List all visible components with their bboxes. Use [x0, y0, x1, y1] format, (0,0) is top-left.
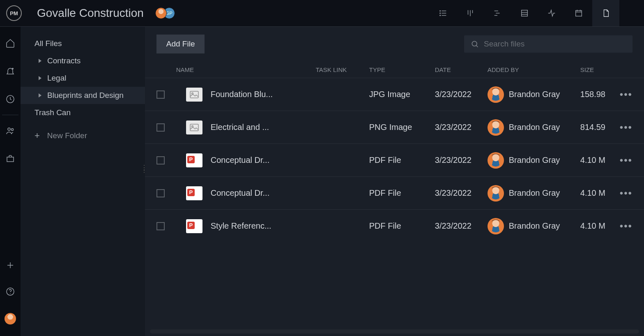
user-avatar-icon [488, 218, 504, 234]
file-added-by: Brandon Gray [488, 185, 580, 202]
user-avatar-icon [488, 119, 504, 136]
main-panel: Add File NAME TASK LINK TYPE DATE ADDED … [145, 27, 644, 336]
help-icon[interactable] [5, 287, 15, 297]
row-more-icon[interactable]: ••• [620, 188, 632, 199]
file-size: 4.10 M [580, 221, 620, 231]
folder-sidebar: All Files Contracts Legal Blueprints and… [21, 27, 145, 336]
table-row[interactable]: Style Referenc...PDF File3/23/2022Brando… [145, 209, 644, 242]
svg-point-28 [472, 41, 477, 46]
tab-gantt[interactable] [484, 0, 511, 26]
left-rail [0, 27, 21, 336]
view-tabs [430, 0, 619, 26]
list-icon [439, 9, 448, 18]
row-checkbox[interactable] [156, 156, 165, 165]
file-name: Conceptual Dr... [211, 155, 316, 165]
file-icon [601, 9, 610, 18]
project-members[interactable]: GP [155, 7, 175, 19]
svg-point-4 [440, 13, 441, 14]
col-type[interactable]: TYPE [369, 66, 435, 73]
file-type: PDF File [369, 221, 435, 231]
briefcase-icon[interactable] [5, 154, 15, 164]
col-size[interactable]: SIZE [580, 66, 620, 73]
image-file-icon [186, 120, 202, 134]
row-more-icon[interactable]: ••• [620, 220, 632, 232]
member-avatar-icon [155, 7, 167, 19]
svg-rect-30 [190, 91, 198, 97]
col-date[interactable]: DATE [435, 66, 488, 73]
add-icon[interactable] [5, 260, 15, 270]
file-size: 158.98 [580, 90, 620, 99]
folder-blueprints[interactable]: Blueprints and Design [21, 87, 145, 104]
bell-icon[interactable] [5, 66, 15, 76]
col-task[interactable]: TASK LINK [316, 66, 369, 73]
svg-rect-32 [190, 124, 198, 130]
row-more-icon[interactable]: ••• [620, 155, 632, 166]
row-more-icon[interactable]: ••• [620, 122, 632, 133]
col-name[interactable]: NAME [176, 66, 316, 73]
table-row[interactable]: Electrical and ...PNG Image3/23/2022Bran… [145, 111, 644, 144]
file-size: 4.10 M [580, 155, 620, 165]
plus-icon: + [34, 130, 40, 141]
image-file-icon [186, 88, 202, 102]
board-icon [466, 9, 475, 18]
clock-icon[interactable] [5, 94, 15, 104]
search-wrap[interactable] [464, 35, 632, 53]
tab-files[interactable] [592, 0, 619, 26]
col-added[interactable]: ADDED BY [488, 66, 580, 73]
tab-activity[interactable] [538, 0, 565, 26]
tab-list[interactable] [430, 0, 457, 26]
svg-rect-12 [522, 10, 528, 16]
search-icon [471, 40, 479, 48]
files-toolbar: Add File [145, 27, 644, 61]
svg-point-3 [440, 11, 441, 12]
row-checkbox[interactable] [156, 222, 165, 230]
folder-all-files[interactable]: All Files [21, 35, 145, 52]
horizontal-scrollbar[interactable] [150, 329, 639, 334]
chevron-right-icon [39, 59, 41, 63]
team-icon[interactable] [5, 126, 15, 136]
row-checkbox[interactable] [156, 189, 165, 197]
svg-rect-15 [576, 11, 582, 16]
file-date: 3/23/2022 [435, 221, 488, 231]
svg-line-29 [476, 45, 478, 47]
file-type: PDF File [369, 155, 435, 165]
table-row[interactable]: Conceptual Dr...PDF File3/23/2022Brandon… [145, 176, 644, 209]
gantt-icon [493, 9, 502, 18]
table-row[interactable]: Conceptual Dr...PDF File3/23/2022Brandon… [145, 144, 644, 176]
calendar-icon [574, 9, 583, 18]
new-folder-button[interactable]: +New Folder [21, 127, 145, 144]
add-file-button[interactable]: Add File [156, 35, 205, 53]
app-logo[interactable]: PM [0, 5, 28, 21]
file-date: 3/23/2022 [435, 155, 488, 165]
chevron-right-icon [39, 93, 41, 97]
tab-calendar[interactable] [565, 0, 592, 26]
pdf-file-icon [186, 153, 202, 167]
svg-point-22 [11, 129, 13, 131]
svg-rect-23 [7, 157, 14, 162]
search-input[interactable] [484, 39, 626, 49]
tab-board[interactable] [457, 0, 484, 26]
tab-sheet[interactable] [511, 0, 538, 26]
svg-point-19 [12, 68, 14, 70]
file-type: PNG Image [369, 123, 435, 132]
row-checkbox[interactable] [156, 90, 165, 99]
row-more-icon[interactable]: ••• [620, 89, 632, 100]
file-added-by: Brandon Gray [488, 152, 580, 169]
folder-legal[interactable]: Legal [21, 70, 145, 87]
file-added-by: Brandon Gray [488, 218, 580, 234]
file-name: Conceptual Dr... [211, 188, 316, 198]
file-date: 3/23/2022 [435, 188, 488, 198]
svg-point-27 [10, 293, 11, 294]
user-avatar-icon [488, 185, 504, 202]
home-icon[interactable] [5, 38, 15, 48]
user-avatar-icon [488, 152, 504, 169]
folder-contracts[interactable]: Contracts [21, 52, 145, 70]
folder-trash[interactable]: Trash Can [21, 104, 145, 121]
table-row[interactable]: Foundation Blu...JPG Image3/23/2022Brand… [145, 78, 644, 111]
file-date: 3/23/2022 [435, 90, 488, 99]
user-avatar-icon[interactable] [5, 313, 16, 324]
file-added-by: Brandon Gray [488, 119, 580, 136]
sheet-icon [520, 9, 529, 18]
svg-point-5 [440, 15, 441, 16]
row-checkbox[interactable] [156, 123, 165, 132]
